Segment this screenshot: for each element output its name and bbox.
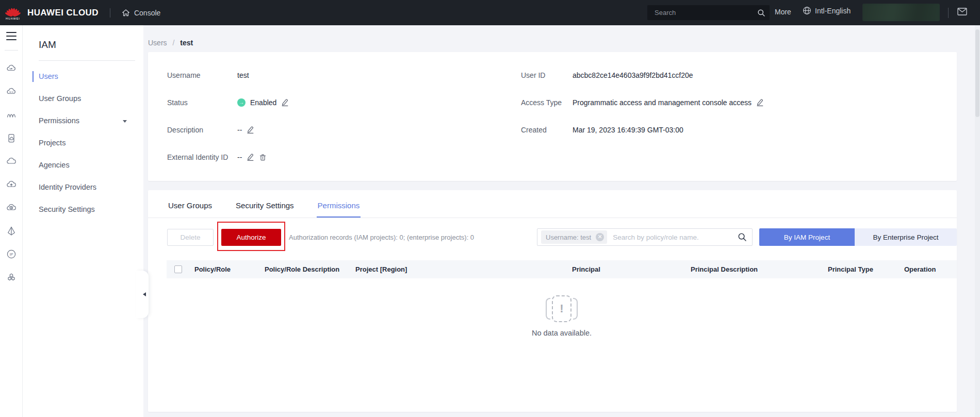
edit-access-type-button[interactable]	[756, 98, 764, 107]
no-data-icon: !	[546, 295, 578, 322]
access-type-value: Programmatic access and management conso…	[573, 98, 752, 107]
authorize-button[interactable]: Authorize	[221, 229, 281, 246]
breadcrumb-current: test	[180, 39, 193, 47]
nav-collapse-handle[interactable]	[136, 271, 149, 318]
resource-cluster-icon[interactable]	[0, 265, 23, 289]
delete-external-identity-button[interactable]	[259, 153, 267, 161]
column-principal-type: Principal Type	[823, 265, 899, 273]
user-id-label: User ID	[521, 71, 573, 79]
account-name-redacted[interactable]	[862, 4, 940, 21]
search-icon[interactable]	[757, 9, 765, 17]
empty-state: ! No data available.	[167, 295, 957, 337]
language-switcher[interactable]: Intl-English	[803, 6, 851, 15]
header-search	[647, 5, 770, 20]
topbar-divider	[110, 8, 110, 18]
column-policy-role: Policy/Role	[189, 265, 259, 273]
sidenav-divider	[39, 60, 135, 61]
top-bar: HUAWEI HUAWEI CLOUD Console More Intl-En…	[0, 0, 980, 25]
username-filter-label: Username: test	[546, 233, 591, 241]
edit-description-button[interactable]	[247, 126, 254, 134]
policy-search-button[interactable]	[738, 232, 747, 242]
breadcrumb-users-link[interactable]: Users	[148, 39, 167, 47]
bare-metal-server-icon[interactable]	[0, 126, 23, 149]
tab-security-settings[interactable]: Security Settings	[235, 190, 295, 218]
header-search-input[interactable]	[654, 8, 757, 17]
select-all-checkbox[interactable]	[174, 265, 182, 273]
cloud-backup-icon[interactable]	[0, 196, 23, 219]
messages-button[interactable]	[957, 8, 967, 18]
tab-bar: User Groups Security Settings Permission…	[148, 190, 957, 218]
sidebar-item-projects[interactable]: Projects	[23, 132, 143, 154]
by-iam-project-button[interactable]: By IAM Project	[759, 228, 855, 246]
username-value: test	[237, 71, 249, 79]
tab-user-groups[interactable]: User Groups	[167, 190, 213, 218]
vertical-scrollbar[interactable]	[975, 25, 980, 417]
pencil-icon	[247, 126, 254, 134]
huawei-logo[interactable]: HUAWEI	[5, 6, 21, 20]
scrollbar-thumb[interactable]	[975, 29, 979, 117]
sidebar-item-identity-providers[interactable]: Identity Providers	[23, 176, 143, 198]
breadcrumb: Users / test	[148, 39, 980, 47]
tab-permissions[interactable]: Permissions	[317, 190, 361, 218]
rail-divider	[5, 50, 18, 51]
status-enabled-icon: →	[237, 98, 246, 107]
external-identity-value: --	[237, 153, 242, 161]
status-label: Status	[167, 98, 237, 107]
description-row: Description --	[167, 125, 521, 135]
breadcrumb-separator: /	[172, 39, 174, 47]
logo-caption: HUAWEI	[6, 17, 20, 20]
console-link[interactable]: Console	[122, 9, 160, 17]
brand-title[interactable]: HUAWEI CLOUD	[27, 8, 99, 18]
container-engine-icon[interactable]	[0, 219, 23, 242]
column-principal-description: Principal Description	[685, 265, 823, 273]
sidebar-item-users[interactable]: Users	[23, 65, 143, 88]
home-icon	[122, 9, 130, 17]
column-operation: Operation	[899, 265, 957, 273]
external-identity-row: External Identity ID --	[167, 152, 521, 162]
edit-external-identity-button[interactable]	[247, 153, 254, 161]
username-label: Username	[167, 71, 237, 79]
username-filter-chip[interactable]: Username: test ✕	[541, 230, 607, 244]
huawei-flower-icon	[5, 6, 21, 18]
globe-icon	[803, 6, 811, 15]
sidebar-item-permissions[interactable]: Permissions	[23, 110, 143, 132]
sidebar-item-user-groups[interactable]: User Groups	[23, 88, 143, 110]
authorization-records-text: Authorization records (IAM projects): 0;…	[289, 233, 474, 241]
cloud-upload-icon[interactable]	[0, 173, 23, 196]
pencil-icon	[756, 98, 764, 107]
menu-icon[interactable]	[0, 25, 23, 46]
console-label: Console	[134, 9, 160, 17]
permissions-table-header: Policy/Role Policy/Role Description Proj…	[167, 260, 957, 278]
elastic-cloud-server-icon[interactable]	[0, 57, 23, 80]
auto-scaling-icon[interactable]	[0, 103, 23, 126]
elastic-ip-icon[interactable]: IP	[0, 242, 23, 265]
created-value: Mar 19, 2023 16:49:39 GMT-03:00	[573, 126, 683, 134]
created-label: Created	[521, 126, 573, 134]
language-label: Intl-English	[815, 7, 851, 15]
policy-search-box: Username: test ✕	[537, 228, 753, 246]
policy-search-input[interactable]	[607, 233, 738, 242]
remove-filter-icon[interactable]: ✕	[596, 233, 604, 241]
delete-button[interactable]: Delete	[167, 229, 214, 246]
sidebar-item-agencies[interactable]: Agencies	[23, 154, 143, 176]
cloud-icon[interactable]	[0, 149, 23, 173]
topbar-divider-2	[948, 8, 949, 18]
column-policy-role-description: Policy/Role Description	[259, 265, 350, 273]
user-id-row: User ID abcbc82ce14e4603a9f9f2bd41ccf20e	[521, 70, 936, 80]
edit-status-button[interactable]	[281, 98, 289, 107]
pencil-icon	[281, 98, 289, 107]
access-type-row: Access Type Programmatic access and mana…	[521, 97, 936, 108]
account-blur-overlay	[862, 4, 940, 21]
permissions-toolbar: Delete Authorize Authorization records (…	[167, 228, 957, 246]
cloud-server-group-icon[interactable]	[0, 80, 23, 103]
column-principal: Principal	[567, 265, 685, 273]
by-enterprise-project-button[interactable]: By Enterprise Project	[855, 228, 957, 246]
more-menu[interactable]: More	[775, 8, 791, 16]
description-label: Description	[167, 126, 237, 134]
external-identity-label: External Identity ID	[167, 153, 237, 161]
chevron-down-icon[interactable]	[123, 120, 127, 123]
pencil-icon	[247, 153, 254, 161]
trash-icon	[259, 153, 267, 161]
username-row: Username test	[167, 70, 521, 80]
sidebar-item-security-settings[interactable]: Security Settings	[23, 198, 143, 221]
